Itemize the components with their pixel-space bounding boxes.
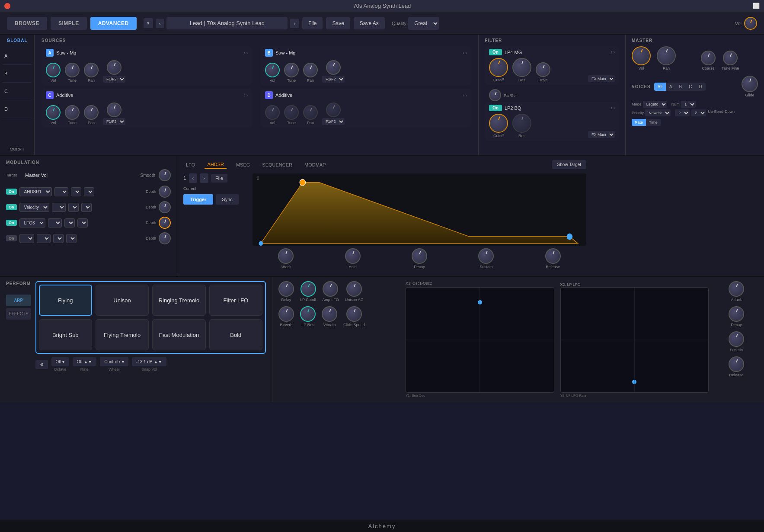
filter-1-drive-knob[interactable] — [536, 62, 550, 77]
smooth-knob[interactable] — [159, 169, 171, 181]
mod-3-dash-select[interactable]: - — [64, 218, 75, 228]
voices-all-btn[interactable]: All — [654, 83, 666, 91]
perform-cell-fast-modulation[interactable]: Fast Modulation — [152, 319, 205, 350]
up-bend-down-select1[interactable]: 21 — [675, 109, 690, 116]
show-target-button[interactable]: Show Target — [552, 160, 586, 169]
filter-2-fx-select[interactable]: FX Main — [588, 131, 615, 138]
source-a-vol-knob[interactable] — [46, 63, 61, 77]
mod-2-depth-knob[interactable] — [159, 201, 171, 213]
expand-button[interactable]: ⬜ — [753, 3, 760, 9]
mod-2-dash2-select[interactable]: - — [81, 203, 92, 212]
source-d-f1f2-select[interactable]: F1/F2 — [322, 118, 345, 125]
mod-2-e-select[interactable]: E — [52, 203, 66, 212]
reverb-knob[interactable] — [278, 306, 294, 322]
num-select[interactable]: 124 — [681, 101, 696, 108]
mod-4-source-select[interactable] — [19, 234, 34, 243]
simple-button[interactable]: SIMPLE — [51, 17, 87, 30]
source-c-arrows[interactable]: ‹ › — [244, 93, 248, 98]
fx-release-knob[interactable] — [729, 356, 744, 372]
wheel-select-button[interactable]: Control7 ▾ — [100, 357, 128, 366]
mod-4-on-badge[interactable]: On — [6, 235, 17, 241]
source-a-f1f2-knob[interactable] — [107, 60, 121, 75]
mod-1-e-select[interactable]: E — [54, 187, 68, 196]
master-coarse-knob[interactable] — [701, 51, 716, 65]
voices-a-btn[interactable]: A — [666, 83, 676, 91]
vibrato-knob[interactable] — [322, 306, 337, 322]
tab-sequencer[interactable]: SEQUENCER — [259, 161, 295, 168]
file-button[interactable]: File — [302, 17, 323, 29]
master-vol-knob[interactable] — [744, 17, 757, 30]
save-as-button[interactable]: Save As — [354, 17, 385, 29]
source-c-pan-knob[interactable] — [84, 105, 99, 120]
lfo-next-btn[interactable]: › — [200, 173, 208, 183]
preset-next-button[interactable]: › — [290, 19, 299, 28]
tab-mseg[interactable]: MSEG — [233, 161, 253, 168]
source-b-f1f2-knob[interactable] — [326, 60, 341, 75]
perform-cell-flying[interactable]: Flying — [39, 285, 92, 316]
voices-c-btn[interactable]: C — [685, 83, 695, 91]
mod-2-source-select[interactable]: Velocity — [19, 203, 49, 212]
master-vol-knob[interactable] — [632, 46, 651, 65]
fx-sustain-knob[interactable] — [729, 331, 744, 347]
source-a-arrows[interactable]: ‹ › — [244, 51, 248, 55]
lp-res-knob[interactable] — [300, 306, 316, 322]
perform-cell-filter-lfo[interactable]: Filter LFO — [209, 285, 262, 316]
mod-1-dash2-select[interactable]: - — [84, 187, 94, 196]
mod-4-dash2-select[interactable]: - — [66, 234, 77, 243]
perform-cell-unison[interactable]: Unison — [96, 285, 149, 316]
save-button[interactable]: Save — [326, 17, 350, 29]
source-d-arrows[interactable]: ‹ › — [463, 93, 467, 98]
mod-3-source-select[interactable]: LFO3 — [19, 218, 45, 228]
source-c-vol-knob[interactable] — [46, 105, 61, 120]
lp-cutoff-knob[interactable] — [300, 281, 316, 297]
amp-lfo-knob[interactable] — [323, 281, 338, 297]
tab-ahdsr[interactable]: AHDSR — [205, 161, 227, 169]
source-a-pan-knob[interactable] — [84, 63, 99, 77]
glide-knob[interactable] — [742, 76, 758, 92]
mod-1-on-badge[interactable]: On — [6, 189, 17, 195]
filter-1-on-button[interactable]: On — [489, 49, 502, 55]
quality-select[interactable]: Great Good Best — [408, 17, 439, 30]
filter-2-cutoff-knob[interactable] — [489, 114, 508, 133]
snap-vol-button[interactable]: -13.1 dB ▲▼ — [132, 357, 166, 366]
xy-pad-1[interactable] — [406, 287, 554, 393]
filter-2-res-knob[interactable] — [512, 114, 531, 133]
fx-decay-knob[interactable] — [729, 306, 744, 322]
decay-knob[interactable] — [412, 248, 427, 264]
unison-ac-knob[interactable] — [346, 281, 362, 297]
priority-select[interactable]: NewestOldest — [645, 109, 671, 116]
time-button[interactable]: Time — [646, 119, 661, 126]
mode-select[interactable]: LegatoPoly — [643, 101, 667, 108]
xy-pad-2[interactable] — [560, 287, 709, 393]
master-pan-knob[interactable] — [657, 46, 676, 65]
preset-prev-button[interactable]: ‹ — [156, 19, 164, 28]
filter-2-arrows[interactable]: ‹ › — [611, 106, 615, 110]
filter-1-cutoff-knob[interactable] — [489, 58, 508, 77]
source-b-pan-knob[interactable] — [303, 63, 318, 77]
up-bend-down-select2[interactable]: 21 — [691, 109, 706, 116]
source-d-f1f2-knob[interactable] — [326, 103, 341, 117]
sync-button[interactable]: Sync — [216, 194, 238, 205]
delay-knob[interactable] — [278, 281, 294, 297]
perform-cell-ringing-tremolo[interactable]: Ringing Tremolo — [152, 285, 205, 316]
close-button[interactable] — [4, 3, 10, 9]
source-d-pan-knob[interactable] — [303, 105, 318, 120]
mod-2-dash-select[interactable]: - — [68, 203, 79, 212]
source-a-tune-knob[interactable] — [65, 63, 80, 77]
source-d-tune-knob[interactable] — [284, 105, 299, 120]
mod-3-depth-knob[interactable] — [159, 217, 171, 229]
rate-select-button[interactable]: Off ▲▼ — [73, 357, 97, 366]
mod-3-on-badge[interactable]: On — [6, 220, 17, 226]
filter-1-arrows[interactable]: ‹ › — [611, 50, 615, 54]
hold-knob[interactable] — [345, 248, 361, 264]
perform-cell-bright-sub[interactable]: Bright Sub — [39, 319, 92, 350]
perform-cell-bold[interactable]: Bold — [209, 319, 262, 350]
mod-3-dash2-select[interactable]: - — [77, 218, 88, 228]
fx-attack-knob[interactable] — [729, 281, 744, 297]
master-tunefine-knob[interactable] — [723, 51, 738, 65]
browse-button[interactable]: BROWSE — [7, 17, 47, 30]
trigger-button[interactable]: Trigger — [183, 194, 213, 205]
lfo-prev-btn[interactable]: ‹ — [189, 173, 198, 183]
source-c-f1f2-knob[interactable] — [107, 103, 121, 117]
mod-1-dash-select[interactable]: - — [71, 187, 81, 196]
